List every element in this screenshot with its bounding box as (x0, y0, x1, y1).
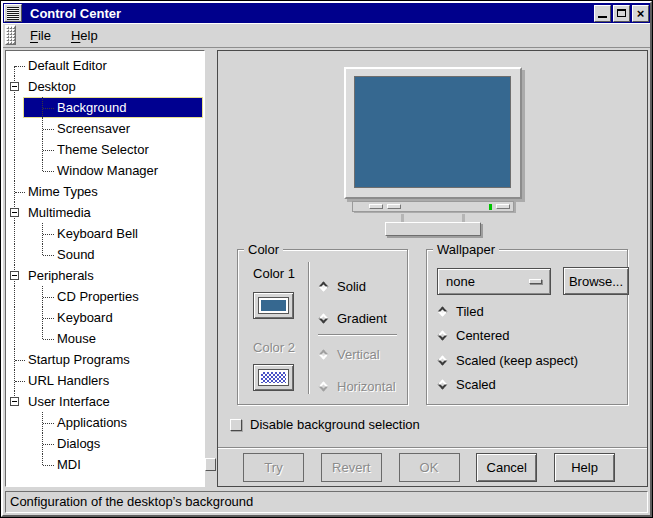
monitor-screen-preview (354, 76, 511, 188)
sidebar-item-label: Desktop (28, 79, 76, 94)
sidebar-item-label: Sound (57, 247, 95, 262)
menubar-items: FileHelp (20, 25, 108, 45)
sidebar-item-applications[interactable]: Applications (6, 412, 204, 433)
sidebar-item-url-handlers[interactable]: URL Handlers (6, 370, 204, 391)
close-icon: × (637, 7, 645, 20)
menu-item-help[interactable]: Help (61, 25, 108, 45)
color1-picker-button[interactable] (253, 292, 294, 319)
sidebar-item-label: Background (57, 100, 126, 115)
sidebar-item-keyboard[interactable]: Keyboard (6, 307, 204, 328)
menubar-grip-handle[interactable] (5, 25, 16, 45)
tree-expander-minus-icon[interactable] (10, 208, 19, 217)
radio-diamond-icon (438, 306, 448, 316)
revert-button[interactable]: Revert (321, 453, 382, 482)
radio-diamond-icon (319, 349, 329, 359)
window-menu-icon (7, 7, 19, 20)
minimize-button[interactable] (594, 5, 611, 22)
radio-gradient[interactable]: Gradient (318, 310, 387, 326)
color2-swatch-icon (259, 370, 288, 385)
monitor-controls-strip (352, 201, 514, 212)
radio-vertical[interactable]: Vertical (318, 346, 380, 362)
sidebar-item-keyboard-bell[interactable]: Keyboard Bell (6, 223, 204, 244)
cancel-button[interactable]: Cancel (476, 453, 537, 482)
disable-background-checkbox[interactable] (230, 419, 242, 431)
sidebar-item-mdi[interactable]: MDI (6, 454, 204, 475)
sidebar-item-mime-types[interactable]: Mime Types (6, 181, 204, 202)
statusbar: Configuration of the desktop’s backgroun… (5, 491, 648, 513)
sidebar-item-default-editor[interactable]: Default Editor (6, 55, 204, 76)
horizontal-separator (318, 334, 397, 336)
sidebar-item-label: Multimedia (28, 205, 91, 220)
sidebar-item-label: Theme Selector (57, 142, 149, 157)
sidebar-item-sound[interactable]: Sound (6, 244, 204, 265)
browse-button[interactable]: Browse... (563, 267, 629, 295)
window-frame: Control Center × FileHelp Default Editor… (1, 1, 652, 517)
tree-expander-minus-icon[interactable] (10, 397, 19, 406)
sidebar-item-label: Screensaver (57, 121, 130, 136)
wallpaper-frame: Wallpaper none Browse... TiledCenteredSc… (426, 249, 628, 405)
sidebar-item-cd-properties[interactable]: CD Properties (6, 286, 204, 307)
vertical-separator (308, 262, 310, 394)
background-capplet-panel: Color Color 1 Color 2 SolidGradi (217, 50, 648, 487)
monitor-button-icon (369, 204, 383, 209)
sidebar-item-desktop[interactable]: Desktop (6, 76, 204, 97)
sidebar-item-label: Default Editor (28, 58, 107, 73)
color2-picker-button[interactable] (253, 364, 294, 391)
sidebar-item-mouse[interactable]: Mouse (6, 328, 204, 349)
sidebar-item-startup-programs[interactable]: Startup Programs (6, 349, 204, 370)
maximize-button[interactable] (613, 5, 630, 22)
radio-centered[interactable]: Centered (437, 327, 509, 343)
monitor-button-icon (496, 204, 510, 209)
radio-tiled[interactable]: Tiled (437, 303, 484, 319)
sidebar-item-background[interactable]: Background (6, 97, 204, 118)
titlebar[interactable]: Control Center × (3, 3, 650, 23)
sidebar-item-label: Startup Programs (28, 352, 130, 367)
tree-expander-minus-icon[interactable] (10, 82, 19, 91)
sidebar-item-label: Keyboard (57, 310, 113, 325)
action-button-row: TryRevertOKCancelHelp (218, 449, 647, 486)
menu-item-file[interactable]: File (20, 25, 61, 45)
color2-label: Color 2 (246, 340, 302, 355)
wallpaper-frame-title: Wallpaper (433, 242, 499, 257)
sidebar-item-label: Window Manager (57, 163, 158, 178)
radio-label: Scaled (keep aspect) (456, 353, 578, 368)
sidebar-tree: Default EditorDesktopBackgroundScreensav… (5, 50, 205, 487)
radio-scaled[interactable]: Scaled (437, 376, 496, 392)
sidebar-item-label: Peripherals (28, 268, 94, 283)
sidebar-item-window-manager[interactable]: Window Manager (6, 160, 204, 181)
color1-label: Color 1 (246, 266, 302, 281)
main-area: Default EditorDesktopBackgroundScreensav… (3, 48, 650, 489)
dropdown-indicator-icon (529, 279, 542, 284)
radio-label: Tiled (456, 304, 484, 319)
wallpaper-dropdown[interactable]: none (437, 268, 551, 295)
sidebar-item-screensaver[interactable]: Screensaver (6, 118, 204, 139)
sidebar-item-label: CD Properties (57, 289, 139, 304)
sidebar-item-multimedia[interactable]: Multimedia (6, 202, 204, 223)
monitor-base (385, 222, 481, 236)
tree-expander-minus-icon[interactable] (10, 271, 19, 280)
wallpaper-dropdown-value: none (446, 274, 475, 289)
radio-horizontal[interactable]: Horizontal (318, 378, 396, 394)
control-center-window: Control Center × FileHelp Default Editor… (0, 0, 653, 518)
maximize-icon (617, 9, 626, 17)
radio-solid[interactable]: Solid (318, 278, 366, 294)
radio-diamond-icon (438, 355, 448, 365)
sidebar-item-peripherals[interactable]: Peripherals (6, 265, 204, 286)
radio-label: Gradient (337, 311, 387, 326)
sidebar-item-label: MDI (57, 457, 81, 472)
menubar: FileHelp (3, 23, 650, 48)
help-button[interactable]: Help (554, 453, 615, 482)
ok-button[interactable]: OK (399, 453, 460, 482)
sidebar-item-user-interface[interactable]: User Interface (6, 391, 204, 412)
disable-background-row[interactable]: Disable background selection (230, 417, 647, 432)
paned-handle[interactable] (205, 458, 216, 471)
minimize-icon (598, 16, 607, 18)
paned-divider[interactable] (205, 50, 217, 487)
try-button[interactable]: Try (243, 453, 304, 482)
sidebar-item-theme-selector[interactable]: Theme Selector (6, 139, 204, 160)
sidebar-item-label: URL Handlers (28, 373, 109, 388)
window-menu-button[interactable] (4, 4, 22, 22)
radio-scaled-keep-aspect[interactable]: Scaled (keep aspect) (437, 352, 578, 368)
sidebar-item-dialogs[interactable]: Dialogs (6, 433, 204, 454)
close-button[interactable]: × (632, 5, 649, 22)
